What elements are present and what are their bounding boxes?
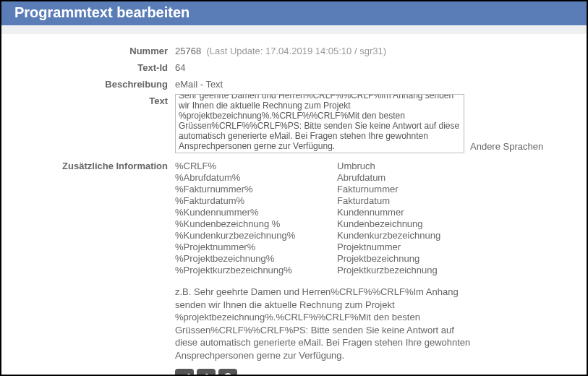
form-content: Nummer 25768 (Last Update: 17.04.2019 14… [1,34,587,376]
placeholder-desc: Umbruch [337,161,467,171]
placeholder-desc: Kundenkurzbezeichnung [337,230,467,241]
textid-value: 64 [175,61,572,73]
beschreibung-value: eMail - Text [175,77,572,90]
placeholder-desc: Abrufdatum [337,172,467,183]
placeholder-key: %Kundenbezeichnung % [175,218,334,229]
placeholder-table: %CRLF%Umbruch%Abrufdatum%Abrufdatum%Fakt… [175,161,572,275]
help-button[interactable] [218,369,237,376]
nummer-number: 25768 [175,46,201,56]
check-icon [179,372,190,376]
placeholder-key: %Kundenkurzbezeichnung% [175,230,334,241]
placeholder-desc: Fakturdatum [337,195,467,206]
lifebuoy-icon [222,372,234,376]
andere-sprachen-link[interactable]: Andere Sprachen [470,141,543,153]
nummer-meta: (Last Update: 17.04.2019 14:05:10 / sgr3… [206,46,386,56]
placeholder-desc: Projektnummer [337,242,467,252]
page-title: Programmtext bearbeiten [1,1,587,25]
text-label: Text [16,94,175,106]
placeholder-desc: Kundennummer [337,207,467,218]
placeholder-key: %Projektbezeichnung% [175,253,334,264]
action-bar [175,369,572,376]
nummer-value: 25768 (Last Update: 17.04.2019 14:05:10 … [175,44,572,56]
arrow-left-icon [200,372,212,376]
placeholder-key: %Projektnummer% [175,242,334,252]
beschreibung-label: Beschreibung [16,77,175,90]
text-textarea[interactable] [175,94,464,153]
nummer-label: Nummer [16,44,175,56]
placeholder-desc: Kundenbezeichnung [337,218,467,229]
placeholder-desc: Projektkurzbezeichnung [337,265,467,275]
placeholder-desc: Projektbezeichnung [337,253,467,264]
placeholder-key: %Kundennummer% [175,207,334,218]
save-button[interactable] [175,369,194,376]
example-text: z.B. Sehr geehrte Damen und Herren%CRLF%… [175,286,479,362]
placeholder-key: %Abrufdatum% [175,172,334,183]
back-button[interactable] [197,369,216,376]
placeholder-key: %Projektkurzbezeichnung% [175,265,334,275]
header-gap [1,25,587,34]
placeholder-key: %Fakturdatum% [175,195,334,206]
placeholder-key: %Fakturnummer% [175,184,334,195]
info-label: Zusätzliche Information [16,159,175,171]
placeholder-key: %CRLF% [175,161,334,171]
textid-label: Text-Id [16,61,175,73]
placeholder-desc: Fakturnummer [337,184,467,195]
